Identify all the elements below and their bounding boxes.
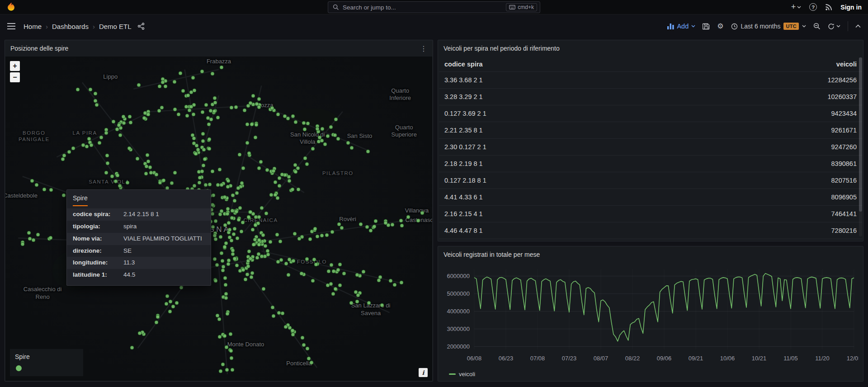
spire-dot[interactable] <box>110 175 114 179</box>
spire-dot[interactable] <box>227 228 231 232</box>
spire-dot[interactable] <box>342 271 346 275</box>
spire-dot[interactable] <box>67 150 71 154</box>
spire-dot[interactable] <box>288 258 292 262</box>
spire-dot[interactable] <box>300 336 304 340</box>
spire-dot[interactable] <box>399 281 403 285</box>
spire-dot[interactable] <box>291 188 295 192</box>
spire-dot[interactable] <box>332 269 336 273</box>
spire-dot[interactable] <box>261 233 265 237</box>
spire-dot[interactable] <box>28 236 32 241</box>
spire-dot[interactable] <box>226 312 230 316</box>
spire-dot[interactable] <box>241 268 245 272</box>
spire-dot[interactable] <box>305 257 309 261</box>
spire-dot[interactable] <box>355 273 359 277</box>
panel-header[interactable]: Veicoli per spira nel periodo di riferim… <box>438 40 863 57</box>
spire-dot[interactable] <box>243 277 247 281</box>
spire-dot[interactable] <box>171 304 175 308</box>
spire-dot[interactable] <box>218 212 222 217</box>
spire-dot[interactable] <box>336 268 340 272</box>
spire-dot[interactable] <box>218 335 222 339</box>
spire-dot[interactable] <box>250 227 255 231</box>
spire-dot[interactable] <box>146 159 150 163</box>
spire-dot[interactable] <box>278 239 282 243</box>
panel-header[interactable]: Posizione delle spire ⋮ <box>5 40 433 57</box>
spire-dot[interactable] <box>161 179 165 183</box>
spire-dot[interactable] <box>302 343 306 347</box>
spire-dot[interactable] <box>302 121 306 125</box>
spire-dot[interactable] <box>223 276 227 280</box>
spire-dot[interactable] <box>303 156 307 160</box>
spire-dot[interactable] <box>196 148 200 152</box>
spire-dot[interactable] <box>241 166 245 170</box>
spire-dot[interactable] <box>225 368 229 372</box>
spire-dot[interactable] <box>271 314 275 318</box>
spire-dot[interactable] <box>254 123 258 127</box>
spire-dot[interactable] <box>257 97 261 101</box>
spire-dot[interactable] <box>105 161 109 165</box>
spire-dot[interactable] <box>49 188 53 192</box>
spire-dot[interactable] <box>320 139 324 143</box>
spire-dot[interactable] <box>293 163 297 167</box>
spire-dot[interactable] <box>253 237 257 241</box>
panel-menu-icon[interactable]: ⋮ <box>420 44 427 53</box>
spire-dot[interactable] <box>215 314 219 318</box>
grafana-logo[interactable] <box>6 2 16 12</box>
spire-dot[interactable] <box>278 176 282 180</box>
spire-dot[interactable] <box>374 219 378 223</box>
spire-dot[interactable] <box>393 283 397 287</box>
column-header-codice-spira[interactable]: codice spira <box>444 61 757 68</box>
spire-dot[interactable] <box>297 236 301 241</box>
spire-dot[interactable] <box>416 218 420 222</box>
spire-dot[interactable] <box>240 181 244 185</box>
spire-dot[interactable] <box>76 88 80 92</box>
spire-dot[interactable] <box>257 252 261 256</box>
spire-dot[interactable] <box>223 195 227 199</box>
spire-dot[interactable] <box>194 152 198 156</box>
spire-dot[interactable] <box>213 279 217 283</box>
spire-dot[interactable] <box>320 233 324 237</box>
refresh-button[interactable] <box>828 23 840 30</box>
spire-dot[interactable] <box>334 117 338 121</box>
menu-toggle-icon[interactable] <box>7 23 16 29</box>
tooltip-title[interactable]: Spire <box>73 194 88 206</box>
spire-dot[interactable] <box>206 116 210 120</box>
spire-dot[interactable] <box>62 194 66 198</box>
spire-dot[interactable] <box>336 137 340 141</box>
spire-dot[interactable] <box>274 180 278 184</box>
spire-dot[interactable] <box>313 227 317 231</box>
spire-dot[interactable] <box>257 215 261 219</box>
spire-dot[interactable] <box>221 259 225 263</box>
spire-dot[interactable] <box>254 223 258 227</box>
spire-dot[interactable] <box>325 233 329 237</box>
spire-dot[interactable] <box>377 278 381 282</box>
spire-dot[interactable] <box>173 107 177 111</box>
spire-dot[interactable] <box>220 65 224 69</box>
spire-dot[interactable] <box>198 175 202 179</box>
spire-dot[interactable] <box>164 302 168 306</box>
spire-dot[interactable] <box>265 168 269 172</box>
spire-dot[interactable] <box>173 80 177 84</box>
spire-dot[interactable] <box>235 191 239 195</box>
spire-dot[interactable] <box>218 168 222 172</box>
spire-dot[interactable] <box>277 311 281 315</box>
new-menu-button[interactable]: + <box>791 2 802 12</box>
spire-dot[interactable] <box>266 253 270 257</box>
spire-dot[interactable] <box>194 144 198 148</box>
spire-dot[interactable] <box>388 279 392 283</box>
spire-dot[interactable] <box>226 212 230 216</box>
spire-dot[interactable] <box>230 209 234 213</box>
spire-dot[interactable] <box>346 141 350 145</box>
spire-dot[interactable] <box>338 283 342 287</box>
spire-dot[interactable] <box>361 270 365 274</box>
spire-dot[interactable] <box>81 143 85 147</box>
legend-series-label[interactable]: veicoli <box>459 371 475 378</box>
spire-dot[interactable] <box>118 133 123 137</box>
spire-dot[interactable] <box>245 141 249 145</box>
spire-dot[interactable] <box>99 135 103 139</box>
spire-dot[interactable] <box>179 71 183 75</box>
spire-dot[interactable] <box>321 127 325 131</box>
spire-dot[interactable] <box>250 271 254 275</box>
spire-dot[interactable] <box>146 113 150 117</box>
spire-dot[interactable] <box>231 248 235 252</box>
spire-dot[interactable] <box>122 121 126 125</box>
